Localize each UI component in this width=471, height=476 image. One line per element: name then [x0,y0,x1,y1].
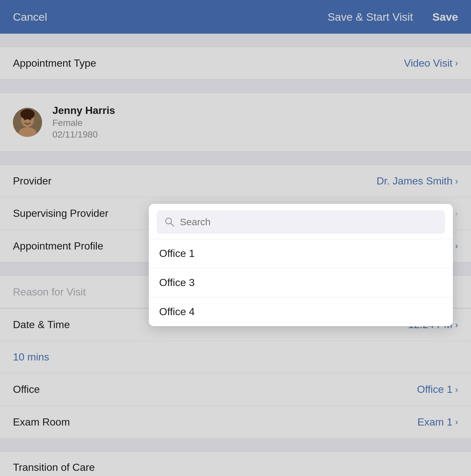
svg-line-7 [171,223,174,227]
search-icon [164,217,175,227]
dropdown-option-office1[interactable]: Office 1 [149,239,453,268]
dropdown-search-bar [157,210,445,234]
dropdown-search-input[interactable] [180,216,437,227]
dropdown-option-office4[interactable]: Office 4 [149,297,453,326]
dropdown-option-office3[interactable]: Office 3 [149,268,453,297]
office-dropdown: Office 1 Office 3 Office 4 [149,204,453,326]
dropdown-search-wrap [149,204,453,239]
